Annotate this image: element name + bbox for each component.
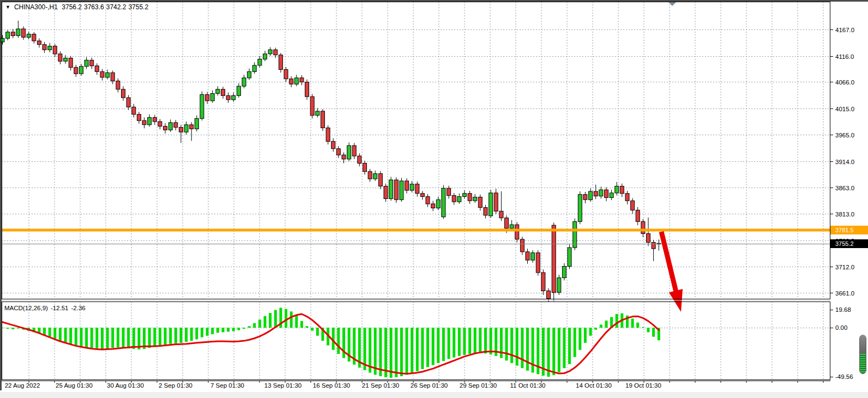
- macd-histogram: [1, 308, 660, 378]
- svg-text:29 Sep 01:30: 29 Sep 01:30: [460, 382, 497, 389]
- vertical-gridlines: [29, 2, 823, 383]
- macd-scrollbar-thumb[interactable]: [859, 335, 866, 374]
- price-badge-hline[interactable]: 3781.5: [830, 226, 868, 234]
- title-close-value: 3755.2: [128, 3, 148, 11]
- price-gridlines-and-labels: 4167.04116.04066.04015.03965.03914.03863…: [2, 27, 854, 297]
- trading-chart-window: 4167.04116.04066.04015.03965.03914.03863…: [0, 0, 868, 398]
- title-low-value: 3742.2: [106, 3, 126, 11]
- candlestick-series: [1, 21, 661, 302]
- macd-signal-value: -2.36: [71, 305, 86, 311]
- chart-title: ▼CHINA300-,H1 3756.23763.63742.23755.2: [5, 3, 150, 11]
- svg-text:22 Aug 2022: 22 Aug 2022: [5, 382, 40, 389]
- svg-text:3661.0: 3661.0: [835, 290, 854, 297]
- scrollbar-thumb-top: [860, 335, 866, 354]
- svg-text:19 Oct 01:30: 19 Oct 01:30: [625, 382, 661, 389]
- svg-text:30 Aug 01:30: 30 Aug 01:30: [107, 382, 144, 389]
- svg-text:3863.0: 3863.0: [835, 185, 854, 191]
- svg-text:2 Sep 01:30: 2 Sep 01:30: [159, 382, 192, 389]
- svg-text:26 Sep 01:30: 26 Sep 01:30: [411, 382, 448, 389]
- svg-text:14 Oct 01:30: 14 Oct 01:30: [576, 382, 612, 389]
- svg-text:4116.0: 4116.0: [835, 53, 854, 60]
- svg-text:4167.0: 4167.0: [835, 27, 854, 33]
- svg-text:4066.0: 4066.0: [835, 79, 854, 86]
- svg-text:25 Aug 01:30: 25 Aug 01:30: [56, 382, 93, 389]
- window-bottom-strip: [0, 391, 868, 398]
- title-open-value: 3756.2: [62, 3, 82, 11]
- price-badge-current: 3755.2: [830, 239, 868, 248]
- title-high-value: 3763.6: [84, 3, 104, 11]
- svg-text:13 Sep 01:30: 13 Sep 01:30: [264, 382, 302, 389]
- svg-text:16 Sep 01:30: 16 Sep 01:30: [313, 382, 350, 389]
- symbol-dropdown-icon[interactable]: ▼: [5, 4, 10, 10]
- symbol-period-label: CHINA300-,H1: [14, 3, 58, 11]
- macd-main-value: -12.51: [51, 305, 69, 311]
- svg-text:3813.0: 3813.0: [835, 211, 854, 218]
- svg-text:11 Oct 01:30: 11 Oct 01:30: [510, 382, 546, 389]
- svg-text:19.68: 19.68: [835, 306, 851, 313]
- svg-text:-49.56: -49.56: [835, 373, 853, 380]
- svg-text:0.00: 0.00: [835, 324, 847, 331]
- chart-canvas: 4167.04116.04066.04015.03965.03914.03863…: [0, 0, 868, 398]
- svg-text:7 Sep 01:30: 7 Sep 01:30: [210, 382, 244, 389]
- macd-indicator-label: MACD(12,26,9)-12.51-2.36: [4, 305, 88, 311]
- scrollbar-thumb-grip: [860, 354, 866, 374]
- svg-text:21 Sep 01:30: 21 Sep 01:30: [362, 382, 399, 389]
- svg-text:4015.0: 4015.0: [835, 106, 854, 112]
- macd-name: MACD(12,26,9): [4, 305, 48, 311]
- svg-text:3965.0: 3965.0: [835, 132, 854, 138]
- svg-text:3914.0: 3914.0: [835, 159, 854, 165]
- time-axis-labels: 22 Aug 202225 Aug 01:3030 Aug 01:302 Sep…: [5, 382, 661, 389]
- svg-text:3712.0: 3712.0: [835, 264, 854, 270]
